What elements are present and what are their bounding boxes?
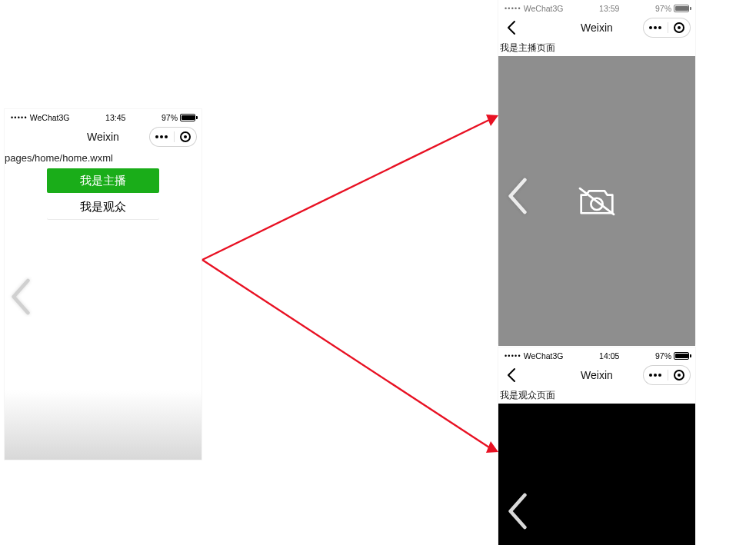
- title-bar: Weixin: [5, 123, 201, 151]
- svg-marker-3: [486, 115, 498, 126]
- status-bar: ••••• WeChat3G 14:05 97%: [498, 347, 695, 361]
- capsule-separator: [668, 22, 668, 33]
- battery-icon: [674, 352, 689, 360]
- phone-home: ••••• WeChat3G 13:45 97% Weixin pages/ho…: [5, 109, 201, 460]
- signal-icon: •••••: [505, 5, 521, 12]
- close-icon[interactable]: [180, 131, 191, 142]
- battery-icon: [674, 5, 689, 12]
- battery-icon: [180, 114, 195, 121]
- clock-label: 14:05: [599, 351, 619, 361]
- miniprogram-capsule[interactable]: [643, 365, 691, 385]
- miniprogram-capsule[interactable]: [643, 18, 691, 38]
- status-bar: ••••• WeChat3G 13:59 97%: [498, 0, 695, 14]
- chevron-left-icon: [503, 173, 532, 219]
- battery-percent-label: 97%: [655, 4, 671, 13]
- clock-label: 13:59: [599, 4, 619, 13]
- battery-percent-label: 97%: [655, 351, 671, 361]
- battery-percent-label: 97%: [162, 113, 178, 122]
- page-title: Weixin: [581, 22, 613, 34]
- carrier-label: WeChat3G: [524, 351, 564, 361]
- page-path-label: pages/home/home.wxml: [5, 151, 201, 167]
- phone-host: ••••• WeChat3G 13:59 97% Weixin 我是主播页面: [498, 0, 695, 344]
- menu-icon[interactable]: [155, 135, 168, 138]
- no-camera-icon: [575, 184, 618, 218]
- signal-icon: •••••: [11, 114, 28, 121]
- carrier-label: WeChat3G: [524, 4, 564, 13]
- bottom-gradient: [5, 390, 201, 460]
- host-button[interactable]: 我是主播: [47, 168, 159, 193]
- menu-icon[interactable]: [649, 374, 661, 377]
- carrier-label: WeChat3G: [30, 113, 70, 122]
- page-heading-label: 我是主播页面: [498, 42, 695, 56]
- svg-marker-5: [486, 441, 498, 453]
- close-icon[interactable]: [674, 22, 684, 33]
- svg-line-4: [202, 260, 489, 447]
- chevron-left-icon: [503, 488, 532, 534]
- video-player: [498, 404, 695, 545]
- chevron-left-icon: [6, 274, 35, 320]
- title-bar: Weixin: [498, 361, 695, 389]
- svg-line-2: [202, 120, 489, 260]
- miniprogram-capsule[interactable]: [149, 127, 197, 147]
- page-title: Weixin: [581, 369, 613, 381]
- signal-icon: •••••: [505, 352, 521, 360]
- back-button[interactable]: [503, 19, 520, 36]
- capsule-separator: [174, 131, 175, 142]
- page-heading-label: 我是观众页面: [498, 389, 695, 404]
- viewer-button[interactable]: 我是观众: [47, 194, 159, 219]
- camera-preview: [498, 56, 695, 346]
- close-icon[interactable]: [674, 370, 684, 381]
- menu-icon[interactable]: [649, 26, 661, 29]
- title-bar: Weixin: [498, 14, 695, 42]
- page-title: Weixin: [87, 131, 119, 143]
- phone-viewer: ••••• WeChat3G 14:05 97% Weixin 我是观众页面: [498, 347, 695, 545]
- clock-label: 13:45: [105, 113, 125, 122]
- back-button[interactable]: [503, 367, 520, 384]
- status-bar: ••••• WeChat3G 13:45 97%: [5, 109, 201, 123]
- capsule-separator: [668, 370, 668, 381]
